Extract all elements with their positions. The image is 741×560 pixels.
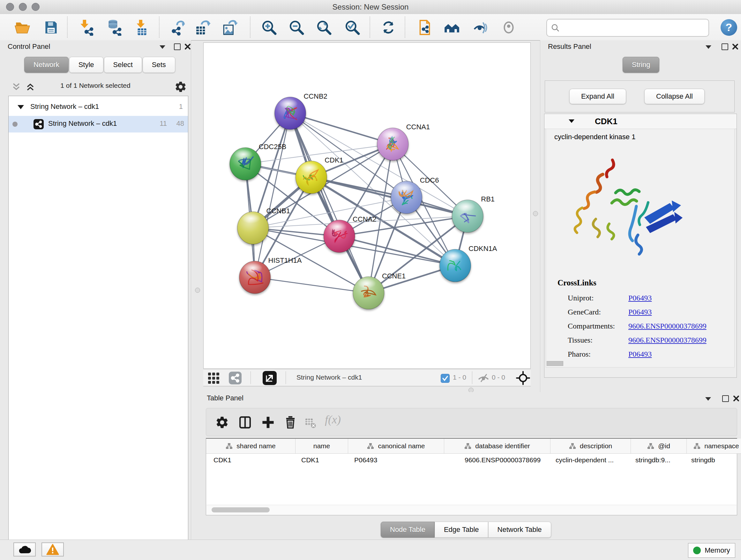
expand-all-button[interactable]: Expand All — [569, 89, 626, 104]
column-label: canonical name — [378, 442, 425, 450]
window-title: Session: New Session — [0, 0, 741, 14]
import-network-from-database-icon[interactable] — [106, 19, 122, 36]
crosslink-value[interactable]: P06493 — [628, 308, 652, 316]
selected-checkbox[interactable] — [441, 374, 450, 383]
footer-separator — [472, 371, 472, 384]
save-session-icon[interactable] — [43, 19, 59, 36]
tab-edge-table[interactable]: Edge Table — [434, 522, 488, 538]
splitter-grip[interactable] — [533, 211, 538, 216]
node-CDC25B[interactable]: CDC25B — [230, 143, 286, 180]
zoom-out-icon[interactable] — [288, 19, 305, 36]
gene-details: cyclin-dependent kinase 1 — [546, 129, 735, 368]
table-cell: P06493 — [348, 454, 444, 466]
status-bar: Memory — [0, 540, 741, 560]
export-table-icon[interactable] — [195, 19, 212, 36]
scrollbar-thumb[interactable] — [212, 507, 270, 512]
tab-select[interactable]: Select — [104, 57, 142, 73]
node-label-CCNB1: CCNB1 — [266, 207, 290, 215]
tab-node-table[interactable]: Node Table — [381, 522, 434, 538]
import-table-icon[interactable] — [134, 19, 150, 36]
node-CDKN1A[interactable]: CDKN1A — [440, 245, 497, 282]
crosslink-value[interactable]: P06493 — [628, 350, 652, 359]
crosslink-value[interactable]: P06493 — [628, 294, 652, 302]
crosslink-row: Compartments:9606.ENSP00000378699 — [546, 322, 734, 336]
network-row-selected[interactable]: String Network – cdk1 11 48 — [9, 116, 188, 132]
shared-column-icon — [693, 443, 700, 449]
column-header-canonical-name[interactable]: canonical name — [348, 439, 444, 453]
column-label: name — [313, 442, 330, 450]
table-toolbar: f(x) — [206, 408, 737, 436]
splitter-grip[interactable] — [195, 288, 200, 293]
collapse-all-button[interactable]: Collapse All — [644, 89, 704, 104]
delete-column-icon[interactable] — [283, 415, 297, 429]
column-header-name[interactable]: name — [295, 439, 348, 453]
zoom-selected-icon[interactable] — [344, 19, 360, 36]
network-from-file-icon[interactable] — [416, 19, 433, 36]
node-RB1[interactable]: RB1 — [452, 195, 495, 233]
footer-separator — [286, 371, 286, 384]
node-HIST1H1A[interactable]: HIST1H1A — [239, 256, 302, 294]
crosslink-value[interactable]: 9606.ENSP00000378699 — [628, 336, 706, 345]
node-CCNA1[interactable]: CCNA1 — [377, 123, 430, 160]
cloud-button[interactable] — [13, 543, 36, 557]
grid-view-icon[interactable] — [208, 372, 220, 384]
gene-symbol: CDK1 — [595, 117, 617, 126]
hide-selected-icon[interactable] — [472, 19, 488, 36]
tab-network-table[interactable]: Network Table — [488, 522, 551, 538]
hidden-eye-icon[interactable] — [477, 373, 490, 383]
panel-menu-icon[interactable] — [705, 45, 711, 49]
tab-sets[interactable]: Sets — [143, 57, 175, 73]
show-columns-icon[interactable] — [238, 415, 252, 429]
search-input[interactable] — [562, 21, 704, 34]
crosslink-row: GeneCard:P06493 — [546, 308, 734, 322]
export-image-icon[interactable] — [222, 19, 239, 36]
zoom-in-icon[interactable] — [261, 19, 277, 36]
network-collection-row[interactable]: String Network – cdk1 1 — [9, 100, 188, 115]
string-view-icon[interactable] — [229, 372, 242, 384]
panel-float-icon[interactable] — [722, 44, 728, 50]
home-icon[interactable] — [444, 19, 460, 36]
column-header-shared-name[interactable]: shared name — [206, 439, 295, 453]
section-expander-icon[interactable] — [569, 119, 575, 123]
panel-close-icon[interactable] — [733, 395, 739, 401]
create-column-icon[interactable] — [261, 415, 275, 429]
column-header-description[interactable]: description — [550, 439, 631, 453]
show-all-icon[interactable] — [500, 19, 517, 36]
network-canvas[interactable]: CCNB2CCNA1CDC25BCDK1CDC6RB1CCNB1CCNA2CDK… — [203, 43, 531, 369]
panel-close-icon[interactable] — [732, 44, 738, 50]
panel-float-icon[interactable] — [722, 395, 729, 402]
help-icon[interactable]: ? — [721, 19, 737, 36]
table-row[interactable]: CDK1CDK1P064939606.ENSP00000378699cyclin… — [206, 454, 741, 466]
memory-button[interactable]: Memory — [688, 543, 735, 558]
tab-style[interactable]: Style — [69, 57, 104, 73]
column-header-namespace[interactable]: namespace — [687, 439, 741, 453]
zoom-fit-icon[interactable] — [316, 19, 332, 36]
table-gear-icon[interactable] — [215, 415, 229, 429]
column-header-database-identifier[interactable]: database identifier — [444, 439, 550, 453]
gear-icon[interactable] — [174, 80, 187, 93]
fit-content-icon[interactable] — [516, 371, 530, 385]
crosslink-row: Uniprot:P06493 — [546, 294, 734, 308]
tab-network[interactable]: Network — [24, 57, 69, 73]
delete-table-icon[interactable] — [305, 417, 317, 429]
apply-layout-icon[interactable] — [380, 19, 397, 36]
tab-string[interactable]: String — [623, 57, 659, 73]
export-network-icon[interactable] — [169, 19, 186, 36]
panel-float-icon[interactable] — [174, 44, 181, 50]
node-CCNB1[interactable]: CCNB1 — [238, 207, 290, 244]
detach-view-icon[interactable] — [263, 371, 277, 385]
mini-scrollbar[interactable] — [547, 361, 563, 366]
node-CDK1[interactable]: CDK1 — [295, 156, 343, 193]
panel-menu-icon[interactable] — [159, 45, 165, 49]
gene-section-header[interactable]: CDK1 — [544, 114, 737, 129]
crosslink-row: Tissues:9606.ENSP00000378699 — [546, 336, 734, 350]
column-header-@id[interactable]: @id — [631, 439, 687, 453]
panel-close-icon[interactable] — [185, 44, 191, 50]
node-CCNB2[interactable]: CCNB2 — [275, 92, 327, 130]
open-session-icon[interactable] — [14, 19, 30, 36]
import-network-icon[interactable] — [78, 19, 94, 36]
warning-button[interactable] — [42, 543, 64, 557]
tree-expander-icon[interactable] — [17, 105, 24, 109]
crosslink-value[interactable]: 9606.ENSP00000378699 — [628, 322, 706, 330]
panel-menu-icon[interactable] — [705, 397, 711, 401]
